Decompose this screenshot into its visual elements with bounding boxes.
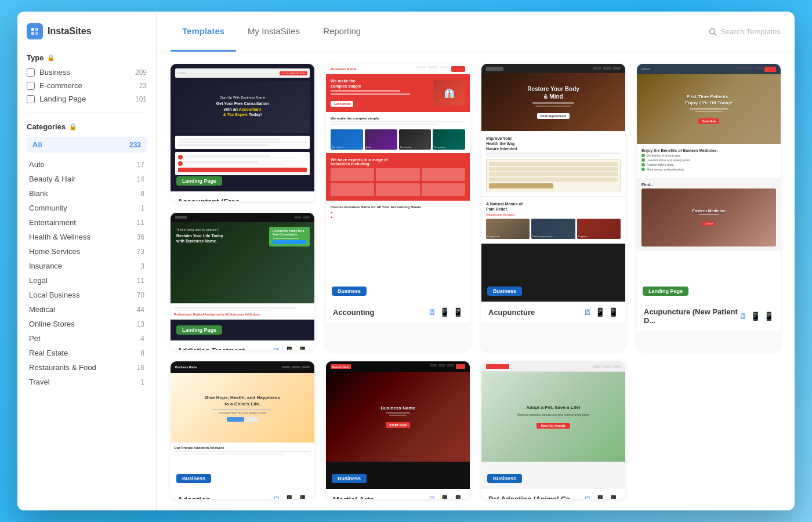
template-card-acupuncture-new[interactable]: LOGO First-Time P — [637, 64, 781, 350]
template-badge-acupuncture: Business — [487, 287, 522, 296]
category-community[interactable]: Community 1 — [27, 201, 147, 215]
tab-templates[interactable]: Templates — [171, 12, 236, 52]
template-card-adoption[interactable]: Business Name Give Hope, Health, and Hap… — [171, 361, 314, 499]
template-name-acupuncture: Acupuncture — [488, 308, 535, 317]
category-real-estate[interactable]: Real Estate 8 — [27, 346, 147, 360]
type-section-title: Type 🔒 — [27, 53, 147, 62]
app-container: InstaSites Type 🔒 Business 209 E-commerc… — [17, 12, 795, 510]
category-local[interactable]: Local Business 70 — [27, 288, 147, 302]
template-name-pet: Pet Adoption (Animal Co... — [488, 495, 576, 499]
category-entertainment[interactable]: Entertainment 11 — [27, 215, 147, 230]
type-landing-count: 101 — [135, 95, 147, 103]
logo-area: InstaSites — [27, 23, 147, 39]
desktop-icon-6[interactable]: 🖥 — [273, 495, 281, 499]
desktop-icon-7[interactable]: 🖥 — [428, 495, 436, 499]
desktop-icon-3[interactable]: 🖥 — [583, 307, 592, 317]
category-travel[interactable]: Travel 1 — [27, 375, 147, 389]
tablet-icon-2[interactable]: 📱 — [440, 307, 449, 317]
template-footer-accountant: Accountant (Free Consultation) 🖥 📱 📱 — [171, 191, 314, 201]
lock-icon: 🔒 — [47, 54, 55, 61]
categories-lock-icon: 🔒 — [69, 123, 77, 130]
type-landing-label: Landing Page — [39, 95, 130, 103]
svg-rect-2 — [31, 32, 34, 35]
type-landing-checkbox[interactable] — [27, 95, 35, 103]
logo-icon — [27, 23, 43, 39]
all-categories-item[interactable]: All 233 — [27, 137, 147, 153]
template-badge-martial: Business — [332, 474, 367, 483]
template-devices-accounting: 🖥 📱 📱 — [428, 307, 463, 317]
category-blank[interactable]: Blank 8 — [27, 186, 147, 201]
mobile-icon-8[interactable]: 📱 — [608, 495, 618, 499]
categories-section: All 233 Auto 17 Beauty & Hair 14 Blank 8… — [27, 137, 147, 389]
svg-rect-1 — [35, 28, 38, 31]
template-card-accountant[interactable]: LOGO CLICK HERE ACTION Sign Up With Busi… — [171, 64, 314, 201]
category-insurance[interactable]: Insurance 3 — [27, 259, 147, 273]
desktop-icon-8[interactable]: 🖥 — [583, 495, 592, 499]
template-devices-acupuncture-new: 🖥 📱 📱 — [739, 311, 774, 321]
template-badge-adoption: Business — [176, 474, 211, 483]
template-card-addiction[interactable]: Contact Us Today for a Free Consultation… — [171, 213, 314, 350]
search-placeholder[interactable]: Search Templates — [720, 27, 781, 36]
category-restaurants[interactable]: Restaurants & Food 16 — [27, 360, 147, 375]
desktop-icon-4[interactable]: 🖥 — [739, 311, 747, 321]
desktop-icon-5[interactable]: 🖥 — [273, 346, 281, 350]
mobile-icon-5[interactable]: 📱 — [298, 346, 307, 350]
svg-line-5 — [715, 33, 717, 35]
type-ecommerce[interactable]: E-commerce 23 — [27, 81, 147, 90]
template-badge-accountant: Landing Page — [176, 176, 222, 186]
svg-rect-3 — [35, 32, 38, 35]
template-name-acupuncture-new: Acupuncture (New Patient D... — [644, 307, 739, 325]
template-name-accounting: Accounting — [333, 308, 375, 317]
header: Templates My InstaSites Reporting Search… — [157, 12, 795, 52]
template-card-martial-arts[interactable]: Business Name — [326, 361, 470, 499]
template-card-acupuncture[interactable]: Restore Your Body& Mind Book Appointment… — [481, 64, 625, 350]
template-footer-addiction: Addiction Treatment 🖥 📱 📱 — [171, 340, 314, 350]
template-card-accounting[interactable]: Business Name We make the — [326, 64, 470, 350]
template-footer-martial: Martial Arts 🖥 📱 📱 — [326, 489, 470, 499]
template-devices-acupuncture: 🖥 📱 📱 — [583, 307, 618, 317]
divider-1 — [27, 113, 147, 113]
mobile-icon-2[interactable]: 📱 — [453, 307, 463, 317]
mobile-icon-7[interactable]: 📱 — [453, 495, 463, 499]
category-beauty[interactable]: Beauty & Hair 14 — [27, 172, 147, 186]
template-devices-pet: 🖥 📱 📱 — [583, 495, 618, 499]
tablet-icon-6[interactable]: 📱 — [284, 495, 294, 499]
category-legal[interactable]: Legal 11 — [27, 273, 147, 288]
type-landing[interactable]: Landing Page 101 — [27, 95, 147, 103]
category-medical[interactable]: Medical 44 — [27, 302, 147, 317]
search-area[interactable]: Search Templates — [709, 27, 781, 36]
tabs: Templates My InstaSites Reporting — [171, 12, 372, 52]
app-name: InstaSites — [48, 26, 92, 37]
template-badge-addiction: Landing Page — [176, 325, 222, 335]
category-auto[interactable]: Auto 17 — [27, 157, 147, 172]
tablet-icon-5[interactable]: 📱 — [284, 346, 294, 350]
tab-my-instasites[interactable]: My InstaSites — [236, 12, 311, 52]
templates-grid: LOGO CLICK HERE ACTION Sign Up With Busi… — [157, 52, 795, 510]
type-business-checkbox[interactable] — [27, 68, 35, 77]
type-ecommerce-checkbox[interactable] — [27, 82, 35, 90]
category-home[interactable]: Home Services 73 — [27, 244, 147, 259]
sidebar: InstaSites Type 🔒 Business 209 E-commerc… — [17, 12, 157, 510]
category-health[interactable]: Health & Wellness 36 — [27, 230, 147, 244]
category-online-stores[interactable]: Online Stores 13 — [27, 317, 147, 331]
tablet-icon-7[interactable]: 📱 — [440, 495, 449, 499]
svg-rect-0 — [31, 28, 34, 31]
type-business-label: Business — [39, 68, 130, 77]
mobile-icon-6[interactable]: 📱 — [298, 495, 307, 499]
template-name-martial: Martial Arts — [333, 495, 374, 499]
template-devices-addiction: 🖥 📱 📱 — [273, 346, 307, 350]
tablet-icon-3[interactable]: 📱 — [595, 307, 605, 317]
tablet-icon-4[interactable]: 📱 — [751, 311, 760, 321]
mobile-icon-3[interactable]: 📱 — [608, 307, 618, 317]
desktop-icon-2[interactable]: 🖥 — [428, 307, 436, 317]
type-business[interactable]: Business 209 — [27, 68, 147, 77]
tablet-icon-8[interactable]: 📱 — [595, 495, 605, 499]
category-pet[interactable]: Pet 4 — [27, 331, 147, 346]
tab-reporting[interactable]: Reporting — [311, 12, 372, 52]
template-footer-pet: Pet Adoption (Animal Co... 🖥 📱 📱 — [481, 489, 625, 499]
type-ecommerce-count: 23 — [139, 82, 147, 90]
template-devices-martial: 🖥 📱 📱 — [428, 495, 463, 499]
template-card-pet-adoption[interactable]: Adopt a Pet, Save a Life! Meet our adora… — [481, 361, 625, 499]
categories-section-title: Categories 🔒 — [27, 122, 147, 131]
mobile-icon-4[interactable]: 📱 — [764, 311, 774, 321]
